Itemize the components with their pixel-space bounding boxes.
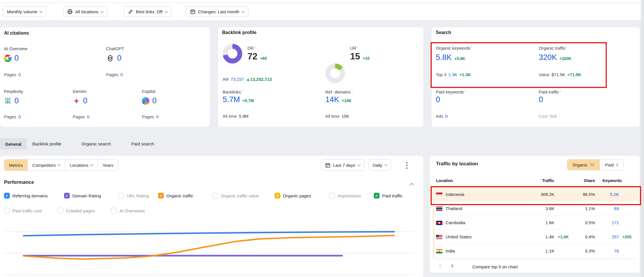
info-icon[interactable]: [357, 45, 358, 48]
column-traffic[interactable]: Traffic: [516, 178, 554, 183]
copilot-pages-link[interactable]: 0: [156, 114, 159, 119]
top3-value-link[interactable]: 1.3K: [448, 72, 457, 77]
ur-donut: [325, 63, 345, 83]
ads-value-link[interactable]: 0: [445, 114, 448, 119]
copilot-value: 0: [152, 96, 157, 105]
all-locations-dropdown[interactable]: All locations: [63, 6, 107, 17]
copilot-logo-icon: [142, 97, 149, 105]
cambodia-flag-icon: [436, 221, 442, 225]
info-icon[interactable]: [242, 89, 242, 92]
dashboard-screen: Monthly volume All locations Best links:…: [0, 0, 644, 277]
tab-general[interactable]: General: [0, 138, 27, 150]
chevron-down-icon: [384, 163, 388, 166]
tab-paid-search[interactable]: Paid search: [131, 141, 154, 146]
paid-traffic-value[interactable]: 0: [539, 95, 543, 104]
segment-competitors[interactable]: Competitors: [27, 160, 65, 171]
best-links-dropdown[interactable]: Best links: Off: [124, 6, 171, 17]
checkbox-paid-traffic-cost[interactable]: Paid traffic cost: [4, 208, 42, 214]
chevron-down-icon: [90, 163, 93, 166]
checkbox-domain-rating[interactable]: Domain Rating: [64, 193, 101, 199]
vertical-scrollbar[interactable]: [641, 0, 644, 277]
table-row-thailand[interactable]: Thailand 3.6K 1.1% 69: [430, 202, 640, 216]
checkbox-organic-pages[interactable]: Organic pages: [275, 193, 311, 199]
table-row-indonesia[interactable]: Indonesia 309.2K 96.5% 5.2K: [430, 188, 640, 202]
keywords-link[interactable]: 5.2K: [599, 192, 619, 197]
checkbox-ai-overviews[interactable]: AI Overviews: [111, 208, 145, 214]
segment-metrics[interactable]: Metrics: [4, 160, 27, 171]
info-icon[interactable]: [352, 89, 352, 92]
ref-domains-value-row: 14K +14K: [325, 95, 352, 104]
ref-domains-value[interactable]: 14K: [325, 95, 339, 104]
segment-years[interactable]: Years: [97, 160, 118, 171]
india-flag-icon: [436, 249, 442, 253]
checkbox-organic-traffic[interactable]: Organic traffic: [158, 193, 193, 199]
checkbox-url-rating[interactable]: URL Rating: [118, 193, 149, 199]
chatgpt-pages-link[interactable]: 0: [121, 72, 123, 77]
prev-page-arrow[interactable]: [439, 262, 441, 269]
checkbox-crawled-pages[interactable]: Crawled pages: [58, 208, 95, 214]
keywords-link[interactable]: 76: [599, 248, 619, 253]
checkbox-organic-traffic-value[interactable]: Organic traffic value: [212, 193, 259, 199]
ai-overview-value: 0: [14, 54, 19, 63]
backlinks-value[interactable]: 5.7M: [223, 95, 240, 104]
checkbox-impressions[interactable]: Impressions: [329, 193, 361, 199]
granularity-label: Daily: [373, 163, 382, 168]
performance-chart[interactable]: [0, 222, 423, 277]
organic-keywords-delta: +5.8K: [455, 56, 465, 61]
tab-backlink-profile[interactable]: Backlink profile: [32, 141, 61, 146]
column-share[interactable]: Share: [575, 178, 595, 183]
table-row-india[interactable]: India 1.1K 0.3% 76: [430, 244, 640, 258]
organic-traffic-value[interactable]: 320K: [539, 53, 557, 62]
ur-value-row: 15 +10: [350, 51, 369, 62]
gemini-label: Gemini: [73, 89, 87, 94]
table-row-cambodia[interactable]: Cambodia 1.6K 0.5% 171: [430, 216, 640, 230]
info-icon[interactable]: [560, 89, 561, 92]
keywords-link[interactable]: 257: [599, 234, 619, 239]
info-icon[interactable]: [566, 45, 567, 48]
compare-top5-label[interactable]: Compare top 5 on chart: [472, 264, 518, 269]
toggle-paid[interactable]: Paid 0: [600, 160, 624, 170]
link-icon: [128, 9, 133, 14]
table-row-united-states[interactable]: United States 1.4K +1.4K 0.4% 257 +255: [430, 230, 640, 244]
toggle-organic[interactable]: Organic 90: [567, 160, 600, 170]
ai-citations-title: AI citations: [4, 30, 31, 36]
copilot-value-row: 0: [142, 96, 157, 105]
keywords-link[interactable]: 69: [599, 206, 619, 211]
organic-keywords-value-row: 5.8K +5.8K: [436, 53, 465, 62]
checkbox-referring-domains[interactable]: Referring domains: [4, 193, 48, 199]
paid-keywords-value[interactable]: 0: [436, 95, 440, 104]
info-icon[interactable]: [465, 89, 465, 92]
keywords-delta: +255: [622, 235, 639, 239]
backlinks-alltime: All time 5.9M: [223, 114, 249, 119]
monthly-volume-dropdown[interactable]: Monthly volume: [3, 6, 46, 17]
checkbox-paid-traffic[interactable]: Paid traffic: [374, 193, 403, 199]
column-keywords[interactable]: Keywords: [599, 178, 622, 183]
tab-organic-search[interactable]: Organic search: [82, 141, 111, 146]
info-icon[interactable]: [30, 30, 30, 33]
date-range-dropdown[interactable]: Last 7 days: [321, 159, 364, 171]
chatgpt-pages: Pages 0: [106, 72, 123, 77]
ar-value-link[interactable]: 73,157: [231, 77, 244, 82]
column-location[interactable]: Location: [436, 178, 453, 183]
ai-overview-label: AI Overview: [4, 46, 27, 51]
checkbox-icon: [374, 193, 380, 199]
next-page-arrow[interactable]: [451, 262, 453, 269]
gemini-pages-link[interactable]: 0: [87, 114, 89, 119]
organic-keywords-value[interactable]: 5.8K: [436, 53, 452, 62]
granularity-dropdown[interactable]: Daily: [369, 159, 391, 171]
thailand-flag-icon: [436, 207, 442, 211]
dr-delta: +60: [260, 56, 267, 61]
keywords-link[interactable]: 171: [599, 220, 619, 225]
ur-value: 15: [350, 51, 360, 62]
info-icon[interactable]: [255, 45, 255, 48]
gemini-value-row: 0: [73, 96, 87, 105]
organic-traffic-value-row: 320K +320K: [539, 53, 572, 62]
info-icon[interactable]: [471, 45, 472, 48]
more-options-menu[interactable]: [405, 161, 409, 170]
segment-locations[interactable]: Locations: [65, 160, 97, 171]
traffic-delta: +1.4K: [558, 235, 578, 239]
ai-overview-pages-link[interactable]: 0: [18, 72, 21, 77]
calendar-icon: [325, 162, 331, 168]
changes-dropdown[interactable]: Changes: Last month: [186, 6, 248, 17]
perplexity-pages-link[interactable]: 0: [18, 114, 21, 119]
